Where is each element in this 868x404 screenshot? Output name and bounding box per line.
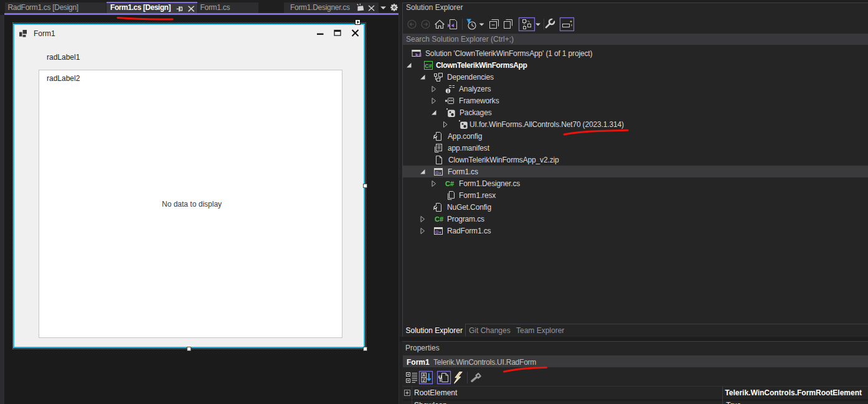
svg-text:Z: Z [423,378,425,382]
svg-text:A: A [422,373,425,377]
